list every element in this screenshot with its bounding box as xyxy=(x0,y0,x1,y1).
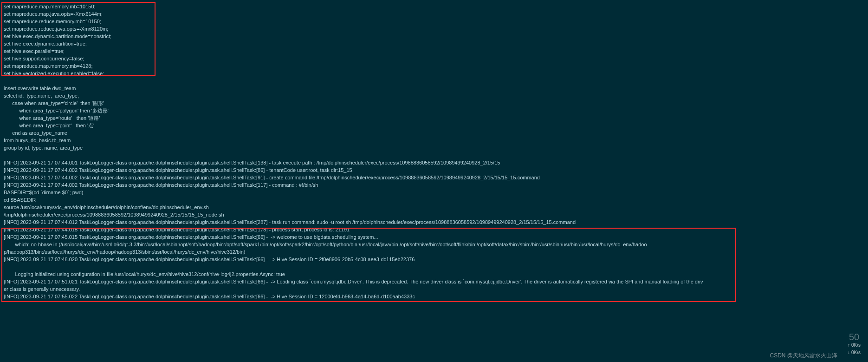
log-line: [INFO] 2023-09-21 17:07:44.002 TaskLogLo… xyxy=(4,166,868,174)
config-line: set hive.exec.parallel=true; xyxy=(4,47,868,55)
config-line: set mapreduce.reduce.java.opts=-Xmx8120m… xyxy=(4,25,868,33)
log-line: [INFO] 2023-09-21 17:07:44.012 TaskLogLo… xyxy=(4,218,868,226)
log-line: source /usr/local/hurys/dc_env/dolphinsc… xyxy=(4,204,868,211)
sql-line: when area_type='route' then '道路' xyxy=(4,114,868,122)
config-line: set mapreduce.reduce.memory.mb=10150; xyxy=(4,18,868,25)
config-line: set mapreduce.map.memory.mb=10150; xyxy=(4,3,868,10)
config-line: set hive.exec.dynamic.partition=true; xyxy=(4,40,868,47)
terminal-log-output: set mapreduce.map.memory.mb=10150;set ma… xyxy=(0,0,868,300)
log-line: BASEDIR=$(cd `dirname $0`; pwd) xyxy=(4,189,868,196)
log-line: [INFO] 2023-09-21 17:07:44.001 TaskLogLo… xyxy=(4,159,868,166)
execution-log-block: [INFO] 2023-09-21 17:07:44.001 TaskLogLo… xyxy=(4,159,868,300)
config-line: set hive.support.concurrency=false; xyxy=(4,55,868,62)
netspeed-down: ↓ 0K/s xyxy=(848,349,861,356)
log-line: [INFO] 2023-09-21 17:07:48.020 TaskLogLo… xyxy=(4,256,868,263)
log-line: [INFO] 2023-09-21 17:07:44.015 TaskLogLo… xyxy=(4,226,868,233)
log-line: p/hadoop313/bin:/usr/local/hurys/dc_env/… xyxy=(4,248,868,256)
netspeed-widget: 50 ↑ 0K/s ↓ 0K/s xyxy=(848,332,861,356)
log-line: [INFO] 2023-09-21 17:07:44.002 TaskLogLo… xyxy=(4,174,868,181)
log-line xyxy=(4,263,868,270)
config-line: set hive.vectorized.execution.enabled=fa… xyxy=(4,70,868,77)
sql-line xyxy=(4,77,868,85)
log-line: Logging initialized using configuration … xyxy=(4,270,868,278)
log-line: [INFO] 2023-09-21 17:07:55.022 TaskLogLo… xyxy=(4,293,868,300)
sql-line: insert overwrite table dwd_team xyxy=(4,85,868,92)
sql-line xyxy=(4,151,868,159)
config-line: set mapreduce.map.java.opts=-Xmx6144m; xyxy=(4,10,868,18)
netspeed-value: 50 xyxy=(848,332,861,342)
log-line: which: no hbase in (/usr/local/java/bin:… xyxy=(4,241,868,248)
sql-line: when area_type='polygon' then '多边形' xyxy=(4,107,868,114)
log-line: [INFO] 2023-09-21 17:07:51.021 TaskLogLo… xyxy=(4,278,868,285)
log-line: er class is generally unnecessary. xyxy=(4,285,868,293)
sql-line: from hurys_dc_basic.tb_team xyxy=(4,137,868,144)
sql-line: select id, type,name, area_type, xyxy=(4,92,868,99)
config-line: set mapreduce.map.memory.mb=4128; xyxy=(4,62,868,70)
netspeed-up: ↑ 0K/s xyxy=(848,342,861,349)
log-line: /tmp/dolphinscheduler/exec/process/10988… xyxy=(4,211,868,218)
hive-config-block: set mapreduce.map.memory.mb=10150;set ma… xyxy=(4,3,868,77)
config-line: set hive.exec.dynamic.partition.mode=non… xyxy=(4,33,868,40)
log-line: [INFO] 2023-09-21 17:07:45.015 TaskLogLo… xyxy=(4,233,868,241)
sql-line: group by id, type, name, area_type xyxy=(4,144,868,151)
log-line: cd $BASEDIR xyxy=(4,196,868,204)
sql-line: when area_type='point' then '点' xyxy=(4,122,868,129)
sql-line: end as area_type_name xyxy=(4,129,868,137)
sql-query-block: insert overwrite table dwd_teamselect id… xyxy=(4,77,868,159)
csdn-watermark: CSDN @天地风雷水火山泽 xyxy=(770,352,837,359)
sql-line: case when area_type='circle' then '圆形' xyxy=(4,99,868,107)
log-line: [INFO] 2023-09-21 17:07:44.002 TaskLogLo… xyxy=(4,181,868,189)
